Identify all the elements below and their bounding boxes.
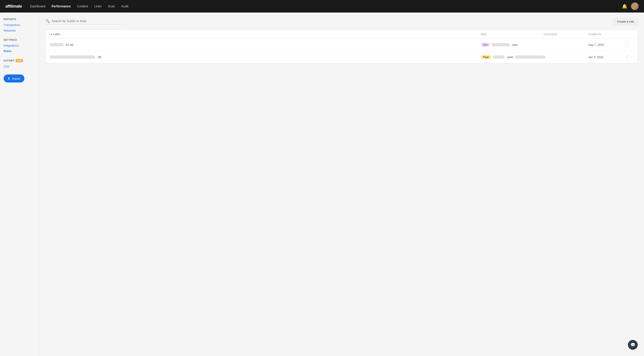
rule-placeholder: [493, 55, 504, 59]
new-badge: NEW: [16, 59, 23, 62]
nav-content[interactable]: Content: [77, 4, 88, 8]
rule-placeholder2: [515, 55, 544, 59]
settings-section: SETTINGS Integrations Rules: [4, 38, 35, 54]
sidebar-item-csv[interactable]: CSV: [4, 64, 35, 69]
sidebar: REPORTS Transactions Networks SETTINGS I…: [0, 12, 39, 356]
row2-more-button[interactable]: ⋮: [624, 54, 631, 60]
nav-right: 🔔: [622, 2, 639, 10]
row1-more-button[interactable]: ⋮: [624, 42, 631, 48]
rule-placeholder: [492, 43, 510, 46]
sort-arrow-icon: ▲: [50, 33, 52, 35]
create-rule-button[interactable]: Create a rule: [613, 18, 638, 25]
row1-label-cell: 07-20: [50, 43, 481, 46]
chat-button[interactable]: 💬: [628, 340, 638, 350]
sidebar-item-rules[interactable]: Rules: [4, 48, 35, 54]
nav-dashboard[interactable]: Dashboard: [30, 4, 46, 8]
row2-constraints-cell: a: [544, 55, 588, 59]
label-placeholder: [50, 55, 95, 59]
row1-rule-cell: Site .com: [481, 43, 544, 47]
notification-bell-icon[interactable]: 🔔: [622, 3, 628, 9]
sidebar-item-networks[interactable]: Networks: [4, 28, 35, 33]
row1-date: Sep 7, 2020: [588, 43, 624, 46]
col-label: ▲ Label: [50, 33, 481, 36]
main-content: 🔍 Create a rule ▲ Label Rule Constraints…: [39, 12, 644, 356]
nav-links[interactable]: Links: [94, 4, 102, 8]
search-input[interactable]: [52, 19, 122, 23]
col-rule: Rule: [481, 33, 544, 36]
row2-actions: ⋮: [624, 54, 633, 60]
table-row: 07-20 Site .com Sep 7, 2020 ⋮: [46, 39, 638, 51]
row2-rule-cell: Page .com/: [481, 55, 544, 59]
label-placeholder: [50, 43, 64, 46]
col-created-at: Created At: [588, 33, 624, 36]
toolbar: 🔍 Create a rule: [46, 18, 638, 25]
export-section: EXPORT NEW CSV: [4, 59, 35, 69]
row2-label-text: -20: [97, 55, 101, 59]
search-icon: 🔍: [46, 19, 50, 23]
rules-table: ▲ Label Rule Constraints Created At 07-2…: [46, 30, 638, 63]
logo[interactable]: affilimate: [5, 4, 22, 9]
row2-date: Apr 3, 2020: [588, 55, 624, 59]
chat-icon: 💬: [630, 342, 635, 347]
row2-rule-text: .com/: [506, 55, 513, 59]
table-row: -20 Page .com/ a Apr 3, 2020 ⋮: [46, 51, 638, 63]
upload-icon: ⬆: [8, 77, 10, 80]
col-constraints: Constraints: [544, 33, 588, 36]
row2-label-cell: -20: [50, 55, 481, 59]
avatar-image: [631, 2, 639, 10]
topnav: affilimate Dashboard Performance Content…: [0, 0, 644, 12]
row1-rule-text: .com: [511, 43, 518, 46]
import-button[interactable]: ⬆ Import: [4, 74, 24, 82]
search-wrapper: 🔍: [46, 19, 122, 24]
nav-performance[interactable]: Performance: [52, 4, 71, 8]
page-badge: Page: [481, 55, 491, 59]
row1-label-text: 07-20: [66, 43, 73, 46]
row1-actions: ⋮: [624, 42, 633, 48]
col-actions: [624, 33, 633, 36]
nav-scan[interactable]: Scan: [108, 4, 115, 8]
settings-section-label: SETTINGS: [4, 38, 35, 41]
sidebar-item-transactions[interactable]: Transactions: [4, 22, 35, 27]
reports-section-label: REPORTS: [4, 18, 35, 20]
nav-links: Dashboard Performance Content Links Scan…: [30, 4, 622, 8]
sidebar-item-integrations[interactable]: Integrations: [4, 43, 35, 48]
main-layout: REPORTS Transactions Networks SETTINGS I…: [0, 0, 644, 356]
avatar[interactable]: [631, 2, 639, 10]
nav-audit[interactable]: Audit: [121, 4, 128, 8]
table-header: ▲ Label Rule Constraints Created At: [46, 30, 638, 39]
site-badge: Site: [481, 43, 490, 47]
export-section-label: EXPORT NEW: [4, 59, 35, 62]
reports-section: REPORTS Transactions Networks: [4, 18, 35, 33]
